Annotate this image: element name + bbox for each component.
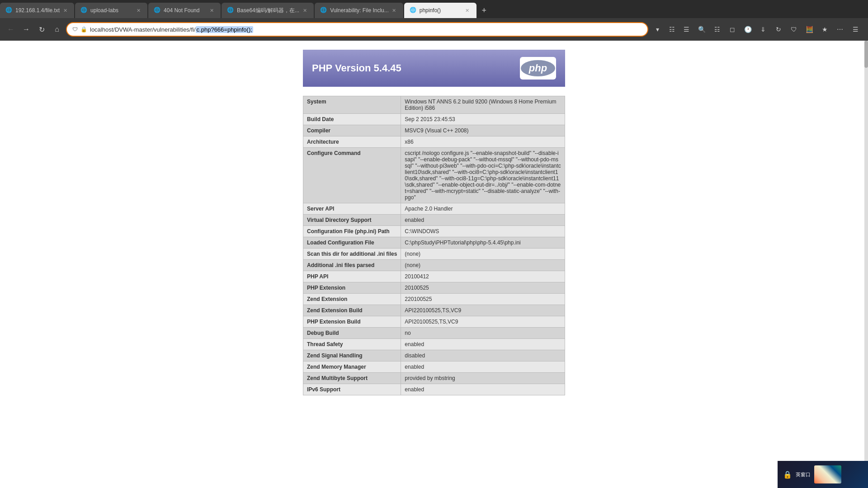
table-row: Build Date Sep 2 2015 23:45:53: [303, 114, 565, 125]
table-key: Build Date: [303, 114, 401, 125]
table-row: PHP API 20100412: [303, 271, 565, 282]
tab-favicon: 🌐: [410, 7, 417, 14]
tab-close[interactable]: ✕: [61, 7, 69, 14]
table-row: Zend Multibyte Support provided by mbstr…: [303, 373, 565, 384]
table-value: provided by mbstring: [401, 373, 565, 384]
tab-tab1[interactable]: 🌐 192.168.1.4/file.txt ✕: [0, 3, 74, 18]
table-value: C:\phpStudy\PHPTutorial\php\php-5.4.45\p…: [401, 237, 565, 249]
tab-close[interactable]: ✕: [464, 7, 471, 14]
shield2-icon[interactable]: 🛡: [788, 23, 800, 36]
sidebar-icon[interactable]: ◻: [726, 23, 739, 36]
php-logo: php: [520, 57, 556, 80]
extensions-icon[interactable]: 🧮: [803, 23, 816, 36]
table-value: (none): [401, 260, 565, 271]
table-value: enabled: [401, 361, 565, 373]
menu2-icon[interactable]: ☰: [849, 23, 862, 36]
table-key: IPv6 Support: [303, 384, 401, 395]
scrollbar-thumb[interactable]: [864, 41, 868, 68]
tab-label: Vulnerability: File Inclu...: [330, 7, 389, 14]
table-value: Apache 2.0 Handler: [401, 203, 565, 215]
home-button[interactable]: ⌂: [51, 23, 63, 36]
table-row: Virtual Directory Support enabled: [303, 215, 565, 226]
overlay-image: [814, 465, 841, 483]
table-value: no: [401, 328, 565, 339]
table-row: Zend Signal Handling disabled: [303, 350, 565, 361]
url-base: localhost/DVWA-master/vulnerabilities/fi…: [90, 26, 196, 33]
table-key: Zend Multibyte Support: [303, 373, 401, 384]
refresh-button[interactable]: ↻: [35, 23, 48, 36]
tab-tab3[interactable]: 🌐 404 Not Found ✕: [148, 3, 221, 18]
tab-favicon: 🌐: [154, 7, 161, 14]
table-value: API220100525,TS,VC9: [401, 305, 565, 316]
table-value: MSVC9 (Visual C++ 2008): [401, 125, 565, 136]
bookmarks-icon[interactable]: ☷: [711, 23, 723, 36]
tab-tab2[interactable]: 🌐 upload-labs ✕: [75, 3, 147, 18]
lock-icon: 🔒: [80, 26, 87, 33]
phpinfo-container: PHP Version 5.4.45 php System Windows NT…: [303, 50, 565, 395]
table-key: Zend Extension: [303, 294, 401, 305]
forward-button[interactable]: →: [20, 23, 33, 36]
table-value: x86: [401, 136, 565, 148]
table-key: Server API: [303, 203, 401, 215]
tab-tab6[interactable]: 🌐 phpinfo() ✕: [404, 3, 476, 18]
url-bar[interactable]: 🛡 🔒 localhost/DVWA-master/vulnerabilitie…: [66, 22, 648, 37]
address-actions: ▾ ☷ ☰: [651, 23, 693, 36]
tab-close[interactable]: ✕: [391, 7, 398, 14]
table-row: Server API Apache 2.0 Handler: [303, 203, 565, 215]
table-value: enabled: [401, 215, 565, 226]
browser-chrome: 🌐 192.168.1.4/file.txt ✕ 🌐 upload-labs ✕…: [0, 0, 868, 41]
tab-favicon: 🌐: [80, 7, 88, 14]
table-key: System: [303, 96, 401, 114]
php-logo-svg: php: [520, 59, 556, 77]
overflow-icon[interactable]: ⋯: [834, 23, 846, 36]
table-row: Compiler MSVC9 (Visual C++ 2008): [303, 125, 565, 136]
table-key: Thread Safety: [303, 339, 401, 350]
table-key: Configure Command: [303, 148, 401, 203]
table-row: Scan this dir for additional .ini files …: [303, 249, 565, 260]
table-value: enabled: [401, 339, 565, 350]
table-value: enabled: [401, 384, 565, 395]
tab-label: Base64编码/解码器，在...: [237, 7, 299, 14]
tab-tab4[interactable]: 🌐 Base64编码/解码器，在... ✕: [222, 3, 314, 18]
table-row: Additional .ini files parsed (none): [303, 260, 565, 271]
security-icon: 🛡: [72, 26, 78, 33]
table-row: Configuration File (php.ini) Path C:\WIN…: [303, 226, 565, 237]
history-icon[interactable]: 🕐: [741, 23, 754, 36]
table-value: 220100525: [401, 294, 565, 305]
table-key: Zend Memory Manager: [303, 361, 401, 373]
tab-label: upload-labs: [90, 7, 133, 14]
tab-close[interactable]: ✕: [135, 7, 142, 14]
table-row: Loaded Configuration File C:\phpStudy\PH…: [303, 237, 565, 249]
table-row: IPv6 Support enabled: [303, 384, 565, 395]
table-key: Compiler: [303, 125, 401, 136]
tab-tab5[interactable]: 🌐 Vulnerability: File Inclu... ✕: [315, 3, 403, 18]
svg-text:php: php: [528, 62, 547, 74]
table-value: API20100525,TS,VC9: [401, 316, 565, 328]
tab-favicon: 🌐: [5, 7, 13, 14]
table-value: 20100412: [401, 271, 565, 282]
download-icon[interactable]: ⇓: [757, 23, 769, 36]
scrollbar[interactable]: [864, 41, 868, 461]
table-key: Configuration File (php.ini) Path: [303, 226, 401, 237]
menu-btn[interactable]: ☰: [680, 23, 693, 36]
table-row: Zend Extension 220100525: [303, 294, 565, 305]
overlay-icon: 🔒: [783, 470, 792, 479]
address-bar: ← → ↻ ⌂ 🛡 🔒 localhost/DVWA-master/vulner…: [0, 18, 868, 41]
table-value: C:\WINDOWS: [401, 226, 565, 237]
table-value: cscript /nologo configure.js "--enable-s…: [401, 148, 565, 203]
tabs-btn[interactable]: ☷: [665, 23, 678, 36]
search-icon[interactable]: 🔍: [695, 23, 708, 36]
tab-close[interactable]: ✕: [208, 7, 215, 14]
bookmark-star-icon[interactable]: ★: [818, 23, 831, 36]
table-row: PHP Extension Build API20100525,TS,VC9: [303, 316, 565, 328]
new-tab-button[interactable]: +: [477, 3, 491, 18]
sync-icon[interactable]: ↻: [772, 23, 785, 36]
table-value: Sep 2 2015 23:45:53: [401, 114, 565, 125]
tab-close[interactable]: ✕: [301, 7, 308, 14]
dropdown-btn[interactable]: ▾: [651, 23, 664, 36]
back-button[interactable]: ←: [5, 23, 17, 36]
bottom-overlay: 🔒 英窗口: [778, 461, 868, 488]
phpinfo-table: System Windows NT ANNS 6.2 build 9200 (W…: [303, 96, 565, 395]
table-value: Windows NT ANNS 6.2 build 9200 (Windows …: [401, 96, 565, 114]
table-key: PHP Extension Build: [303, 316, 401, 328]
